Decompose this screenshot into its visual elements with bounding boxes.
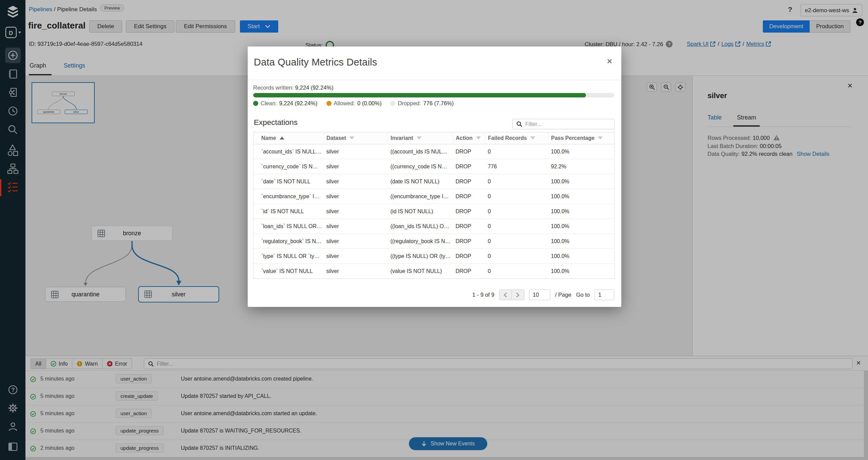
cell-name: `loan_ids` IS NULL OR… — [253, 219, 324, 234]
cell-name: `currency_code` IS N… — [253, 159, 324, 174]
column-header-name[interactable]: Name — [253, 132, 324, 144]
sort-icon — [350, 136, 354, 140]
cell-pass-percentage: 92.2% — [548, 159, 615, 174]
page-size-input[interactable] — [529, 290, 550, 300]
cell-invariant: ((encumbrance_type I… — [388, 189, 453, 204]
column-label-invariant: Invariant — [391, 135, 413, 141]
cell-action: DROP — [453, 174, 485, 189]
per-page-label: / Page — [555, 292, 571, 298]
cell-name: `encumbrance_type` I… — [253, 189, 324, 204]
records-written-label-text: Records written: — [253, 85, 294, 91]
expectations-title: Expectations — [254, 118, 298, 127]
cell-dataset: silver — [324, 189, 388, 204]
cell-failed-records: 0 — [485, 174, 548, 189]
cell-action: DROP — [453, 159, 485, 174]
cell-dataset: silver — [324, 144, 388, 159]
allowed-dot — [326, 101, 332, 106]
cell-invariant: ((currency_code IS N… — [388, 159, 453, 174]
column-label-action: Action — [456, 135, 473, 141]
expectation-row[interactable]: `currency_code` IS N…silver((currency_co… — [253, 159, 615, 174]
allowed-label-text: Allowed: — [334, 100, 355, 107]
dropped-dot — [390, 101, 395, 106]
cell-failed-records: 0 — [485, 204, 548, 219]
cell-invariant: ((type IS NULL) OR (ty… — [388, 249, 453, 264]
modal-title: Data Quality Metrics Details — [254, 57, 377, 68]
next-page-button[interactable] — [512, 290, 524, 300]
column-header-invariant[interactable]: Invariant — [388, 132, 453, 144]
cell-dataset: silver — [324, 219, 388, 234]
sort-icon — [417, 136, 421, 140]
cell-pass-percentage: 100.0% — [548, 189, 615, 204]
cell-action: DROP — [453, 234, 485, 249]
filter-placeholder: Filter... — [525, 121, 542, 127]
cell-name: `type` IS NULL OR `ty… — [253, 249, 324, 264]
legend-allowed: Allowed: 0 (0.00%) — [326, 100, 382, 107]
prev-page-button[interactable] — [499, 290, 512, 300]
column-label-failed-records: Failed Records — [488, 135, 527, 141]
cell-dataset: silver — [324, 159, 388, 174]
cell-failed-records: 776 — [485, 159, 548, 174]
cell-action: DROP — [453, 204, 485, 219]
sort-icon — [598, 136, 603, 140]
expectations-filter-input[interactable]: Filter... — [512, 119, 615, 129]
expectation-row[interactable]: `date` IS NOT NULLsilver(date IS NOT NUL… — [253, 174, 615, 189]
cell-failed-records: 0 — [485, 144, 548, 159]
column-header-action[interactable]: Action — [453, 132, 485, 144]
dropped-value-text: 776 (7.76%) — [423, 100, 454, 107]
cell-dataset: silver — [324, 264, 388, 279]
clean-value-text: 9,224 (92.24%) — [279, 100, 318, 107]
cell-invariant: ((loan_ids IS NULL) O… — [388, 219, 453, 234]
modal-header: Data Quality Metrics Details ✕ — [248, 47, 621, 80]
modal-close-icon[interactable]: ✕ — [606, 57, 612, 66]
cell-failed-records: 0 — [485, 234, 548, 249]
pagination: 1 - 9 of 9 / Page Go to — [248, 290, 614, 300]
sort-icon — [530, 136, 535, 140]
cell-pass-percentage: 100.0% — [548, 204, 615, 219]
cell-action: DROP — [453, 219, 485, 234]
progress-legend: Clean: 9,224 (92.24%) Allowed: 0 (0.00%)… — [253, 100, 454, 107]
column-label-dataset: Dataset — [326, 135, 346, 141]
cell-action: DROP — [453, 249, 485, 264]
expectation-row[interactable]: `id` IS NOT NULLsilver(id IS NOT NULL)DR… — [253, 204, 615, 219]
clean-dot — [253, 101, 258, 106]
column-header-pass-percentage[interactable]: Pass Percentage — [548, 132, 615, 144]
cell-dataset: silver — [324, 234, 388, 249]
dropped-label-text: Dropped: — [398, 100, 421, 107]
search-icon — [516, 121, 522, 127]
expectation-row[interactable]: `regulatory_book` IS N…silver((regulator… — [253, 234, 615, 249]
cell-name: `date` IS NOT NULL — [253, 174, 324, 189]
cell-dataset: silver — [324, 174, 388, 189]
expectation-row[interactable]: `value` IS NOT NULLsilver(value IS NOT N… — [253, 264, 615, 279]
cell-invariant: (value IS NOT NULL) — [388, 264, 453, 279]
records-written: Records written: 9,224 (92.24%) — [253, 85, 334, 91]
records-progress-bar — [253, 93, 614, 97]
sort-asc-icon — [280, 136, 284, 140]
column-header-failed-records[interactable]: Failed Records — [485, 132, 548, 144]
expectation-row[interactable]: `loan_ids` IS NULL OR…silver((loan_ids I… — [253, 219, 615, 234]
cell-name: `id` IS NOT NULL — [253, 204, 324, 219]
column-label-pass-percentage: Pass Percentage — [551, 135, 595, 141]
chevron-left-icon — [504, 292, 507, 298]
legend-dropped: Dropped: 776 (7.76%) — [390, 100, 454, 107]
expectations-header-row: Name Dataset Invariant Action Failed Rec… — [253, 132, 615, 144]
cell-invariant: (id IS NOT NULL) — [388, 204, 453, 219]
cell-failed-records: 0 — [485, 264, 548, 279]
cell-pass-percentage: 100.0% — [548, 174, 615, 189]
cell-name: `regulatory_book` IS N… — [253, 234, 324, 249]
cell-dataset: silver — [324, 249, 388, 264]
legend-clean: Clean: 9,224 (92.24%) — [253, 100, 318, 107]
goto-page-input[interactable] — [595, 290, 614, 300]
cell-pass-percentage: 100.0% — [548, 249, 615, 264]
expectation-row[interactable]: `type` IS NULL OR `ty…silver((type IS NU… — [253, 249, 615, 264]
expectation-row[interactable]: `encumbrance_type` I…silver((encumbrance… — [253, 189, 615, 204]
clean-label-text: Clean: — [261, 100, 277, 107]
cell-pass-percentage: 100.0% — [548, 144, 615, 159]
allowed-value-text: 0 (0.00%) — [357, 100, 382, 107]
column-header-dataset[interactable]: Dataset — [324, 132, 388, 144]
expectation-row[interactable]: `account_ids` IS NULL…silver((account_id… — [253, 144, 615, 159]
data-quality-modal: Data Quality Metrics Details ✕ Records w… — [248, 47, 621, 307]
cell-name: `account_ids` IS NULL… — [253, 144, 324, 159]
cell-action: DROP — [453, 189, 485, 204]
pagination-buttons — [499, 290, 524, 300]
expectations-table: Name Dataset Invariant Action Failed Rec… — [253, 132, 615, 279]
